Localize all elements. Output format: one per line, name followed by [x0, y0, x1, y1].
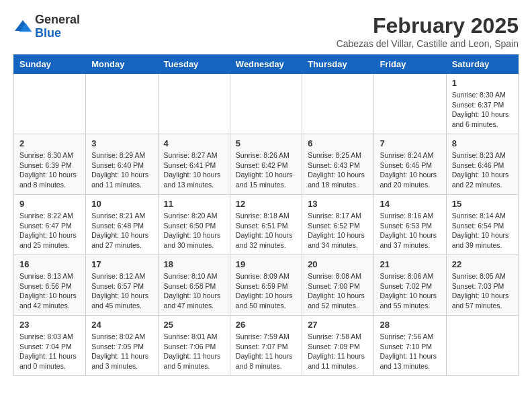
calendar-cell: 23Sunrise: 8:03 AM Sunset: 7:04 PM Dayli…	[14, 316, 86, 376]
day-info: Sunrise: 8:17 AM Sunset: 6:52 PM Dayligh…	[308, 211, 368, 250]
logo-icon	[13, 17, 32, 36]
day-info: Sunrise: 8:12 AM Sunset: 6:57 PM Dayligh…	[91, 271, 152, 311]
day-info: Sunrise: 8:14 AM Sunset: 6:54 PM Dayligh…	[452, 211, 513, 250]
day-number: 6	[308, 138, 368, 148]
calendar-cell: 13Sunrise: 8:17 AM Sunset: 6:52 PM Dayli…	[302, 195, 374, 255]
day-info: Sunrise: 8:05 AM Sunset: 7:03 PM Dayligh…	[452, 271, 513, 311]
calendar-cell	[158, 74, 230, 134]
day-info: Sunrise: 8:20 AM Sunset: 6:50 PM Dayligh…	[164, 211, 224, 250]
day-number: 16	[19, 259, 80, 269]
day-number: 20	[308, 259, 368, 269]
logo-general-text: General	[35, 13, 80, 26]
calendar-week-row: 16Sunrise: 8:13 AM Sunset: 6:56 PM Dayli…	[14, 255, 519, 316]
calendar-cell: 20Sunrise: 8:08 AM Sunset: 7:00 PM Dayli…	[302, 255, 374, 316]
day-number: 21	[380, 259, 440, 269]
day-info: Sunrise: 8:27 AM Sunset: 6:41 PM Dayligh…	[164, 150, 224, 190]
calendar-cell: 7Sunrise: 8:24 AM Sunset: 6:45 PM Daylig…	[374, 134, 446, 195]
calendar-cell	[374, 74, 446, 134]
calendar-cell: 21Sunrise: 8:06 AM Sunset: 7:02 PM Dayli…	[374, 255, 446, 316]
calendar-cell: 27Sunrise: 7:58 AM Sunset: 7:09 PM Dayli…	[302, 316, 374, 376]
day-info: Sunrise: 8:26 AM Sunset: 6:42 PM Dayligh…	[236, 150, 296, 190]
calendar-cell: 2Sunrise: 8:30 AM Sunset: 6:39 PM Daylig…	[14, 134, 86, 195]
calendar-cell: 14Sunrise: 8:16 AM Sunset: 6:53 PM Dayli…	[374, 195, 446, 255]
day-info: Sunrise: 7:59 AM Sunset: 7:07 PM Dayligh…	[236, 332, 296, 371]
day-number: 26	[236, 320, 296, 330]
calendar-cell: 12Sunrise: 8:18 AM Sunset: 6:51 PM Dayli…	[230, 195, 302, 255]
day-number: 22	[452, 259, 513, 269]
calendar-cell: 5Sunrise: 8:26 AM Sunset: 6:42 PM Daylig…	[230, 134, 302, 195]
day-info: Sunrise: 8:30 AM Sunset: 6:39 PM Dayligh…	[19, 150, 80, 190]
calendar-week-row: 2Sunrise: 8:30 AM Sunset: 6:39 PM Daylig…	[14, 134, 519, 195]
day-info: Sunrise: 8:06 AM Sunset: 7:02 PM Dayligh…	[380, 271, 440, 311]
calendar-cell: 22Sunrise: 8:05 AM Sunset: 7:03 PM Dayli…	[446, 255, 518, 316]
calendar-cell: 15Sunrise: 8:14 AM Sunset: 6:54 PM Dayli…	[446, 195, 518, 255]
day-info: Sunrise: 8:02 AM Sunset: 7:05 PM Dayligh…	[91, 332, 152, 371]
day-info: Sunrise: 8:29 AM Sunset: 6:40 PM Dayligh…	[91, 150, 152, 190]
day-number: 2	[19, 138, 80, 148]
day-info: Sunrise: 8:24 AM Sunset: 6:45 PM Dayligh…	[380, 150, 440, 190]
page-header: General Blue February 2025 Cabezas del V…	[13, 13, 519, 49]
calendar-cell	[86, 74, 158, 134]
day-number: 1	[452, 78, 513, 88]
month-year-title: February 2025	[337, 13, 519, 38]
calendar-cell: 24Sunrise: 8:02 AM Sunset: 7:05 PM Dayli…	[86, 316, 158, 376]
day-info: Sunrise: 8:30 AM Sunset: 6:37 PM Dayligh…	[452, 90, 513, 130]
day-info: Sunrise: 8:03 AM Sunset: 7:04 PM Dayligh…	[19, 332, 80, 371]
day-number: 25	[164, 320, 224, 330]
calendar-table: SundayMondayTuesdayWednesdayThursdayFrid…	[13, 54, 519, 376]
day-number: 3	[91, 138, 152, 148]
weekday-header: Saturday	[446, 55, 518, 74]
day-number: 23	[19, 320, 80, 330]
day-number: 9	[19, 199, 80, 209]
day-info: Sunrise: 7:58 AM Sunset: 7:09 PM Dayligh…	[308, 332, 368, 371]
calendar-cell: 28Sunrise: 7:56 AM Sunset: 7:10 PM Dayli…	[374, 316, 446, 376]
calendar-cell: 9Sunrise: 8:22 AM Sunset: 6:47 PM Daylig…	[14, 195, 86, 255]
day-number: 12	[236, 199, 296, 209]
calendar-cell	[302, 74, 374, 134]
calendar-cell: 16Sunrise: 8:13 AM Sunset: 6:56 PM Dayli…	[14, 255, 86, 316]
day-info: Sunrise: 8:16 AM Sunset: 6:53 PM Dayligh…	[380, 211, 440, 250]
calendar-cell: 8Sunrise: 8:23 AM Sunset: 6:46 PM Daylig…	[446, 134, 518, 195]
day-info: Sunrise: 8:18 AM Sunset: 6:51 PM Dayligh…	[236, 211, 296, 250]
calendar-cell: 4Sunrise: 8:27 AM Sunset: 6:41 PM Daylig…	[158, 134, 230, 195]
day-number: 19	[236, 259, 296, 269]
day-number: 24	[91, 320, 152, 330]
calendar-cell	[230, 74, 302, 134]
weekday-header: Tuesday	[158, 55, 230, 74]
day-number: 27	[308, 320, 368, 330]
day-info: Sunrise: 8:23 AM Sunset: 6:46 PM Dayligh…	[452, 150, 513, 190]
day-number: 11	[164, 199, 224, 209]
day-info: Sunrise: 8:09 AM Sunset: 6:59 PM Dayligh…	[236, 271, 296, 311]
calendar-cell: 10Sunrise: 8:21 AM Sunset: 6:48 PM Dayli…	[86, 195, 158, 255]
day-number: 28	[380, 320, 440, 330]
day-info: Sunrise: 8:13 AM Sunset: 6:56 PM Dayligh…	[19, 271, 80, 311]
calendar-week-row: 23Sunrise: 8:03 AM Sunset: 7:04 PM Dayli…	[14, 316, 519, 376]
calendar-cell: 19Sunrise: 8:09 AM Sunset: 6:59 PM Dayli…	[230, 255, 302, 316]
day-number: 5	[236, 138, 296, 148]
day-info: Sunrise: 8:01 AM Sunset: 7:06 PM Dayligh…	[164, 332, 224, 371]
weekday-header-row: SundayMondayTuesdayWednesdayThursdayFrid…	[14, 55, 519, 74]
day-number: 15	[452, 199, 513, 209]
weekday-header: Wednesday	[230, 55, 302, 74]
day-info: Sunrise: 8:21 AM Sunset: 6:48 PM Dayligh…	[91, 211, 152, 250]
weekday-header: Monday	[86, 55, 158, 74]
day-number: 13	[308, 199, 368, 209]
calendar-cell	[446, 316, 518, 376]
location-subtitle: Cabezas del Villar, Castille and Leon, S…	[337, 38, 519, 49]
day-number: 18	[164, 259, 224, 269]
calendar-cell: 3Sunrise: 8:29 AM Sunset: 6:40 PM Daylig…	[86, 134, 158, 195]
calendar-cell: 11Sunrise: 8:20 AM Sunset: 6:50 PM Dayli…	[158, 195, 230, 255]
day-info: Sunrise: 8:10 AM Sunset: 6:58 PM Dayligh…	[164, 271, 224, 311]
calendar-cell: 17Sunrise: 8:12 AM Sunset: 6:57 PM Dayli…	[86, 255, 158, 316]
calendar-week-row: 1Sunrise: 8:30 AM Sunset: 6:37 PM Daylig…	[14, 74, 519, 134]
weekday-header: Sunday	[14, 55, 86, 74]
day-number: 17	[91, 259, 152, 269]
day-info: Sunrise: 7:56 AM Sunset: 7:10 PM Dayligh…	[380, 332, 440, 371]
calendar-cell: 18Sunrise: 8:10 AM Sunset: 6:58 PM Dayli…	[158, 255, 230, 316]
calendar-cell: 1Sunrise: 8:30 AM Sunset: 6:37 PM Daylig…	[446, 74, 518, 134]
calendar-cell: 6Sunrise: 8:25 AM Sunset: 6:43 PM Daylig…	[302, 134, 374, 195]
day-number: 7	[380, 138, 440, 148]
day-number: 14	[380, 199, 440, 209]
day-number: 8	[452, 138, 513, 148]
day-number: 4	[164, 138, 224, 148]
